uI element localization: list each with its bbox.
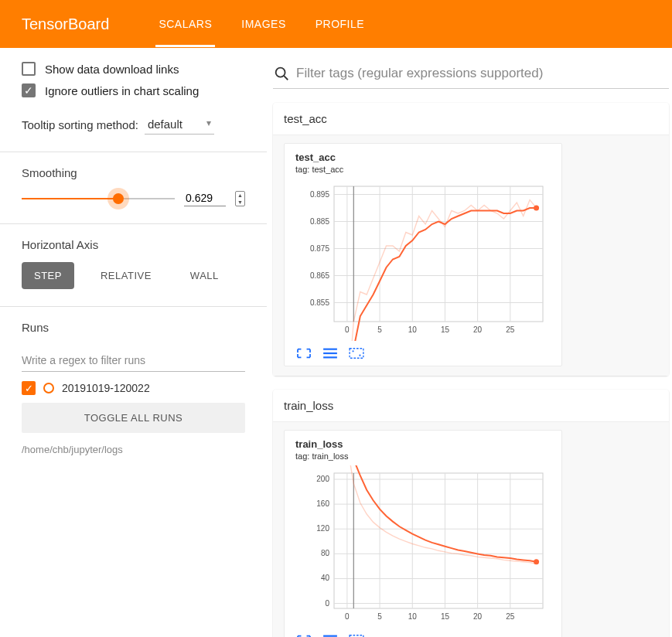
svg-text:20: 20 bbox=[473, 612, 483, 621]
svg-rect-30 bbox=[350, 349, 363, 358]
show-download-links-row[interactable]: Show data download links bbox=[22, 62, 245, 76]
fit-domain-icon[interactable] bbox=[348, 347, 365, 359]
svg-text:0.855: 0.855 bbox=[310, 298, 329, 307]
tab-scalars[interactable]: SCALARS bbox=[155, 1, 215, 47]
card-header[interactable]: test_acc bbox=[273, 103, 669, 135]
scalar-card: train_loss train_loss tag: train_loss 05… bbox=[273, 390, 669, 637]
content-area: test_acc test_acc tag: test_acc 05101520… bbox=[267, 48, 672, 637]
svg-point-31 bbox=[352, 350, 353, 352]
tooltip-sort-row: Tooltip sorting method: default bbox=[22, 114, 245, 135]
svg-text:120: 120 bbox=[316, 524, 329, 533]
svg-text:0: 0 bbox=[345, 612, 350, 621]
svg-text:10: 10 bbox=[408, 612, 418, 621]
svg-text:10: 10 bbox=[408, 325, 418, 334]
expand-icon[interactable] bbox=[295, 347, 312, 359]
chart-title: train_loss bbox=[295, 438, 551, 450]
list-icon[interactable] bbox=[322, 347, 339, 359]
tag-filter-input[interactable] bbox=[296, 66, 669, 81]
svg-text:0: 0 bbox=[345, 325, 350, 334]
ignore-outliers-label: Ignore outliers in chart scaling bbox=[45, 84, 199, 97]
svg-point-32 bbox=[359, 355, 360, 356]
checkbox-checked-icon[interactable] bbox=[22, 83, 36, 97]
smoothing-input[interactable] bbox=[184, 190, 226, 206]
logdir-path: /home/chb/jupyter/logs bbox=[22, 444, 245, 455]
chart-container: test_acc tag: test_acc 05101520250.8550.… bbox=[284, 143, 562, 366]
run-checkbox-icon[interactable] bbox=[22, 381, 36, 395]
divider bbox=[0, 306, 267, 307]
chart-actions bbox=[295, 634, 551, 637]
svg-point-0 bbox=[276, 68, 285, 77]
svg-text:15: 15 bbox=[441, 612, 450, 621]
smoothing-label: Smoothing bbox=[22, 166, 245, 179]
svg-text:200: 200 bbox=[316, 475, 329, 483]
svg-line-1 bbox=[284, 76, 288, 80]
svg-point-59 bbox=[534, 559, 539, 564]
chart-tag: tag: test_acc bbox=[295, 165, 551, 174]
divider bbox=[0, 223, 267, 224]
card-body: test_acc tag: test_acc 05101520250.8550.… bbox=[273, 135, 669, 376]
tab-images[interactable]: IMAGES bbox=[238, 1, 288, 47]
axis-wall-button[interactable]: WALL bbox=[178, 262, 231, 289]
card-header[interactable]: train_loss bbox=[273, 390, 669, 422]
axis-relative-button[interactable]: RELATIVE bbox=[88, 262, 164, 289]
fit-domain-icon[interactable] bbox=[348, 634, 365, 637]
sidebar: Show data download links Ignore outliers… bbox=[0, 48, 267, 637]
svg-text:0.865: 0.865 bbox=[310, 271, 329, 280]
runs-label: Runs bbox=[22, 321, 245, 334]
tooltip-sort-label: Tooltip sorting method: bbox=[22, 118, 138, 131]
svg-text:25: 25 bbox=[506, 612, 515, 621]
ignore-outliers-row[interactable]: Ignore outliers in chart scaling bbox=[22, 83, 245, 97]
svg-text:160: 160 bbox=[316, 499, 329, 508]
expand-icon[interactable] bbox=[295, 634, 312, 637]
smoothing-row: ▲▼ bbox=[22, 190, 245, 206]
run-row[interactable]: 20191019-120022 bbox=[22, 372, 245, 403]
chart-title: test_acc bbox=[295, 152, 551, 163]
tab-bar: SCALARS IMAGES PROFILE bbox=[155, 1, 367, 47]
svg-text:80: 80 bbox=[321, 549, 330, 557]
scalar-card: test_acc test_acc tag: test_acc 05101520… bbox=[273, 103, 669, 376]
smoothing-slider[interactable] bbox=[22, 191, 175, 206]
tab-profile[interactable]: PROFILE bbox=[312, 1, 367, 47]
svg-text:5: 5 bbox=[377, 325, 382, 334]
svg-text:0: 0 bbox=[325, 599, 329, 608]
toggle-all-runs-button[interactable]: TOGGLE ALL RUNS bbox=[22, 403, 245, 433]
horizontal-axis-label: Horizontal Axis bbox=[22, 238, 245, 251]
svg-point-26 bbox=[534, 206, 539, 211]
svg-rect-33 bbox=[334, 473, 543, 608]
svg-text:20: 20 bbox=[473, 325, 483, 334]
run-color-swatch-icon bbox=[43, 383, 54, 393]
svg-text:5: 5 bbox=[377, 612, 382, 621]
svg-text:0.875: 0.875 bbox=[310, 244, 329, 253]
svg-text:0.885: 0.885 bbox=[310, 217, 329, 226]
smoothing-stepper[interactable]: ▲▼ bbox=[235, 191, 245, 206]
chart-actions bbox=[295, 347, 551, 359]
chart-plot[interactable]: 05101520250.8550.8650.8750.8850.895 bbox=[295, 179, 551, 341]
chart-tag: tag: train_loss bbox=[295, 451, 551, 461]
app-title: TensorBoard bbox=[22, 15, 109, 33]
search-icon bbox=[273, 65, 290, 82]
chart-container: train_loss tag: train_loss 0510152025040… bbox=[284, 430, 562, 637]
svg-text:0.895: 0.895 bbox=[310, 190, 329, 199]
svg-rect-2 bbox=[334, 186, 543, 322]
show-download-links-label: Show data download links bbox=[45, 63, 179, 76]
card-body: train_loss tag: train_loss 0510152025040… bbox=[273, 422, 669, 637]
svg-text:40: 40 bbox=[321, 574, 330, 582]
divider bbox=[0, 152, 267, 152]
list-icon[interactable] bbox=[322, 634, 339, 637]
run-name: 20191019-120022 bbox=[62, 382, 150, 394]
app-header: TensorBoard SCALARS IMAGES PROFILE bbox=[0, 0, 672, 48]
chart-plot[interactable]: 051015202504080120160200 bbox=[295, 465, 551, 628]
tag-filter-row bbox=[273, 62, 669, 89]
svg-text:25: 25 bbox=[506, 325, 515, 334]
checkbox-icon[interactable] bbox=[22, 62, 36, 76]
tooltip-sort-select[interactable]: default bbox=[145, 114, 214, 135]
axis-step-button[interactable]: STEP bbox=[22, 262, 74, 289]
axis-button-group: STEP RELATIVE WALL bbox=[22, 262, 245, 289]
runs-filter-input[interactable] bbox=[22, 349, 245, 372]
svg-text:15: 15 bbox=[441, 325, 450, 334]
